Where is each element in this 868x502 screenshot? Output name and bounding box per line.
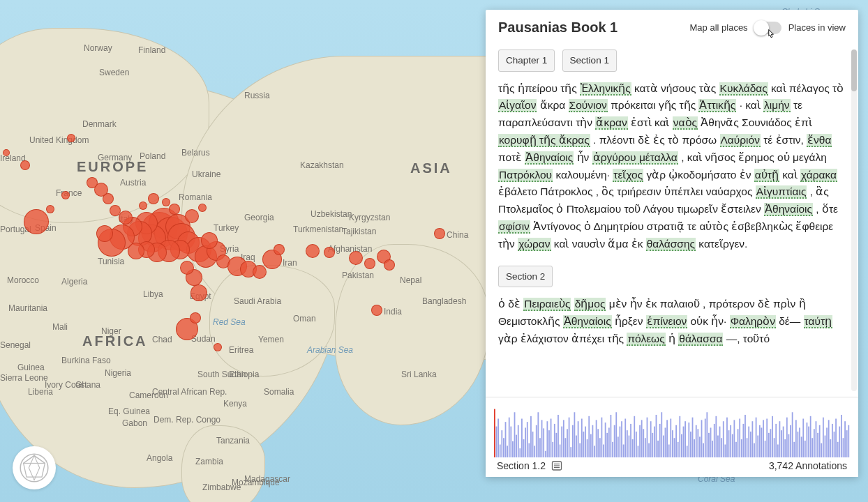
density-bar[interactable] (590, 434, 592, 457)
place-bubble[interactable] (384, 259, 395, 271)
density-bar[interactable] (739, 419, 740, 458)
density-bar[interactable] (742, 424, 744, 457)
density-bar[interactable] (512, 441, 514, 457)
density-bar[interactable] (650, 421, 652, 457)
place-annotation[interactable]: Αἰγυπτίαις (756, 185, 807, 199)
density-bar[interactable] (551, 419, 552, 458)
density-bar[interactable] (665, 427, 666, 457)
density-bar[interactable] (772, 416, 773, 457)
annotation-density-bar-chart[interactable] (493, 402, 851, 457)
density-bar[interactable] (825, 436, 826, 457)
density-bar[interactable] (624, 419, 626, 458)
place-annotation[interactable]: ναὸς (673, 116, 698, 130)
place-bubble[interactable] (24, 209, 49, 234)
density-bar[interactable] (585, 427, 586, 457)
place-bubble[interactable] (3, 149, 10, 156)
place-annotation[interactable]: Ἀθηναίοις (764, 203, 813, 216)
density-bar[interactable] (639, 425, 641, 457)
density-bar[interactable] (657, 441, 659, 457)
density-bar[interactable] (808, 427, 809, 457)
density-bar[interactable] (757, 436, 758, 457)
density-bar[interactable] (574, 412, 575, 457)
density-bar[interactable] (519, 448, 521, 457)
density-bar[interactable] (563, 420, 564, 457)
density-bar[interactable] (835, 419, 837, 458)
density-bar[interactable] (605, 423, 606, 457)
density-bar[interactable] (759, 425, 761, 457)
density-bar[interactable] (756, 418, 757, 457)
density-bar[interactable] (587, 439, 588, 457)
density-bar[interactable] (539, 438, 541, 457)
density-bar[interactable] (636, 432, 637, 457)
density-bar[interactable] (735, 442, 737, 457)
density-bar[interactable] (627, 430, 628, 457)
greek-text-section-1[interactable]: τῆς ἠπείρου τῆς Ἑλληνικῆς κατὰ νήσους τὰ… (498, 80, 846, 253)
density-bar[interactable] (497, 419, 499, 458)
place-bubble[interactable] (162, 198, 170, 206)
density-bar[interactable] (505, 422, 507, 457)
greek-text-section-2[interactable]: ὁ δὲ Πειραιεὺς δῆμος μὲν ἦν ἐκ παλαιοῦ ,… (498, 296, 846, 347)
density-bar[interactable] (541, 420, 543, 457)
place-annotation[interactable]: κορυφῇ τῆς ἄκρας (498, 134, 590, 147)
density-bar[interactable] (599, 438, 601, 457)
section-chip-1[interactable]: Section 1 (562, 50, 617, 72)
place-annotation[interactable]: Ἀττικῆς (698, 99, 736, 112)
density-bar[interactable] (710, 427, 712, 457)
density-bar[interactable] (668, 445, 670, 458)
density-bar[interactable] (766, 419, 768, 458)
density-bar[interactable] (807, 423, 808, 457)
density-bar[interactable] (832, 424, 833, 457)
density-bar[interactable] (656, 415, 657, 457)
density-bar[interactable] (744, 415, 746, 457)
density-bar[interactable] (784, 439, 786, 457)
density-bar[interactable] (774, 438, 775, 457)
density-bar[interactable] (507, 446, 508, 457)
density-bar[interactable] (724, 445, 726, 458)
place-annotation[interactable]: δῆμος (574, 298, 606, 311)
place-bubble[interactable] (139, 201, 147, 210)
density-bar[interactable] (683, 427, 684, 457)
place-annotation[interactable]: θάλασσα (678, 333, 723, 346)
place-bubble[interactable] (198, 204, 207, 212)
density-bar[interactable] (837, 442, 839, 457)
place-annotation[interactable]: θαλάσσης (646, 238, 696, 251)
density-bar[interactable] (597, 429, 599, 457)
place-bubble[interactable] (110, 205, 121, 216)
density-bar[interactable] (548, 430, 550, 457)
density-bar[interactable] (525, 427, 526, 457)
density-bar[interactable] (532, 432, 534, 457)
place-bubble[interactable] (67, 134, 75, 142)
place-annotation[interactable]: λιμήν (763, 99, 791, 112)
place-bubble[interactable] (61, 191, 70, 199)
density-bar[interactable] (795, 420, 797, 457)
density-bar[interactable] (634, 416, 635, 457)
density-bar[interactable] (779, 421, 781, 457)
density-bar[interactable] (606, 433, 608, 457)
place-bubble[interactable] (253, 265, 267, 279)
density-bar[interactable] (748, 427, 749, 457)
density-bar[interactable] (534, 446, 535, 457)
density-bar[interactable] (738, 429, 739, 457)
density-bar[interactable] (747, 438, 748, 457)
density-bar[interactable] (560, 445, 561, 458)
place-bubble[interactable] (169, 204, 180, 215)
density-bar[interactable] (494, 409, 495, 457)
density-bar[interactable] (754, 443, 755, 457)
density-bar[interactable] (790, 425, 791, 457)
density-bar[interactable] (581, 419, 583, 458)
density-bar[interactable] (661, 412, 662, 457)
density-bar[interactable] (750, 432, 751, 457)
density-bar[interactable] (527, 422, 528, 457)
density-bar[interactable] (500, 445, 501, 458)
density-bar[interactable] (603, 445, 604, 458)
density-bar[interactable] (828, 420, 830, 457)
place-annotation[interactable]: Λαύριόν (720, 134, 761, 147)
density-bar[interactable] (810, 416, 811, 457)
density-bar[interactable] (620, 427, 621, 457)
place-annotation[interactable]: Πατρόκλου (498, 169, 553, 182)
density-bar[interactable] (723, 421, 724, 457)
density-bar[interactable] (684, 421, 686, 457)
place-bubble[interactable] (324, 247, 335, 258)
density-bar[interactable] (659, 424, 661, 457)
density-bar[interactable] (741, 439, 742, 457)
